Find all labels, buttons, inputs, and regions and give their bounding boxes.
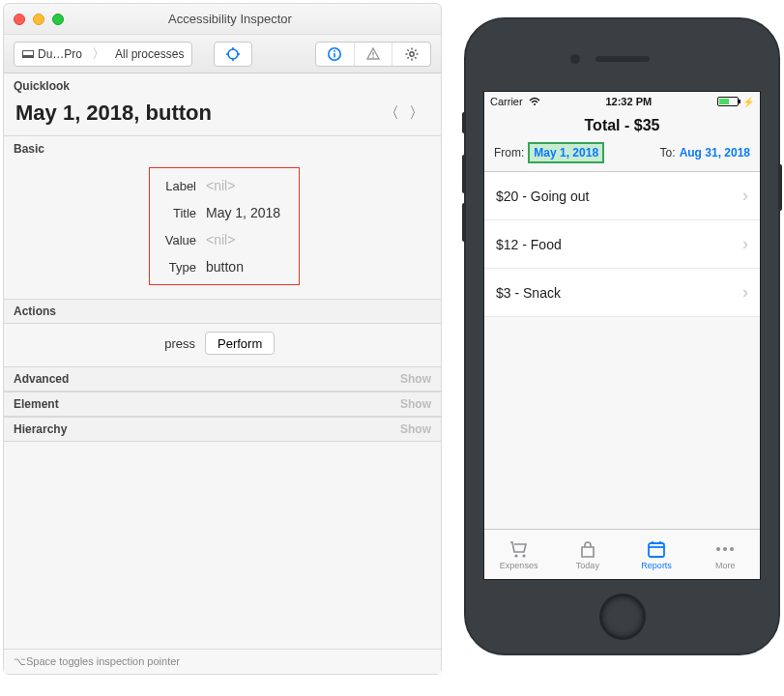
prev-element-button[interactable]: 〈 (379, 102, 404, 125)
quicklook-title: May 1, 2018, button (15, 101, 379, 126)
tab-reports[interactable]: Reports (623, 530, 691, 579)
status-bar: Carrier 12:32 PM ⚡ (484, 92, 760, 111)
status-time: 12:32 PM (605, 96, 652, 107)
list-item-label: $20 - Going out (496, 188, 590, 204)
phone-screen: Carrier 12:32 PM ⚡ Total - $35 From: May… (483, 91, 761, 580)
front-camera (570, 54, 580, 64)
charging-icon: ⚡ (742, 97, 754, 107)
gear-icon (404, 46, 420, 62)
element-section-header[interactable]: Element Show (4, 392, 441, 417)
quicklook-heading: Quicklook (4, 73, 441, 97)
expense-list: $20 - Going out › $12 - Food › $3 - Snac… (484, 172, 760, 317)
power-button (778, 164, 782, 211)
hierarchy-section-header[interactable]: Hierarchy Show (4, 417, 441, 442)
basic-section: Label <nil> Title May 1, 2018 Value <nil… (4, 160, 441, 299)
calendar-icon (646, 539, 667, 559)
breadcrumb-target[interactable]: All processes (107, 43, 191, 66)
footer-hint: ⌥Space toggles inspection pointer (4, 649, 441, 674)
tab-today[interactable]: Today (553, 530, 622, 579)
audit-mode-button[interactable] (355, 43, 393, 66)
prop-key-label: Label (152, 179, 196, 193)
carrier-label: Carrier (490, 96, 523, 107)
info-mode-button[interactable] (316, 43, 355, 66)
tab-label: Expenses (500, 561, 538, 570)
toolbar-mode-group (315, 42, 431, 67)
actions-section: press Perform (4, 324, 441, 366)
prop-val-title: May 1, 2018 (206, 205, 280, 220)
volume-up-button (462, 155, 466, 193)
tab-more[interactable]: More (691, 530, 760, 579)
list-item-label: $12 - Food (496, 237, 562, 252)
chevron-right-icon: › (742, 186, 748, 206)
chevron-right-icon: › (742, 234, 748, 254)
perform-button[interactable]: Perform (205, 332, 275, 355)
advanced-show-toggle[interactable]: Show (400, 372, 431, 386)
tab-label: Reports (641, 561, 672, 570)
more-icon (716, 539, 734, 559)
to-label: To: (660, 146, 676, 160)
hierarchy-show-toggle[interactable]: Show (400, 422, 431, 436)
target-breadcrumb[interactable]: Du…Pro 〉 All processes (14, 42, 192, 67)
mute-switch (462, 112, 466, 133)
prop-key-type: Type (152, 260, 196, 275)
breadcrumb-device-label: Du…Pro (38, 47, 82, 61)
traffic-lights (14, 14, 64, 25)
basic-section-heading: Basic (4, 136, 441, 160)
svg-rect-9 (372, 56, 373, 57)
from-date-button[interactable]: May 1, 2018 (528, 142, 604, 163)
iphone-device-frame: Carrier 12:32 PM ⚡ Total - $35 From: May… (464, 17, 780, 655)
speaker-grille (595, 56, 650, 62)
close-window-icon[interactable] (14, 14, 25, 25)
quicklook-title-row: May 1, 2018, button 〈 〉 (4, 97, 441, 135)
highlight-box: Label <nil> Title May 1, 2018 Value <nil… (149, 167, 300, 285)
svg-line-18 (407, 57, 408, 58)
svg-line-15 (407, 49, 408, 50)
info-icon (327, 46, 342, 62)
battery-icon (717, 97, 739, 106)
svg-point-20 (514, 554, 517, 557)
zoom-window-icon[interactable] (52, 14, 64, 25)
actions-section-header: Actions (4, 299, 441, 324)
home-button[interactable] (599, 594, 646, 640)
wifi-icon (529, 97, 540, 106)
tab-expenses[interactable]: Expenses (484, 530, 553, 579)
from-label: From: (494, 146, 524, 160)
chevron-right-icon: 〉 (409, 103, 424, 124)
accessibility-inspector-window: Accessibility Inspector Du…Pro 〉 All pro… (3, 3, 442, 675)
prop-key-value: Value (152, 233, 196, 247)
element-show-toggle[interactable]: Show (400, 397, 431, 411)
tab-bar: Expenses Today Reports (484, 529, 760, 579)
list-item[interactable]: $3 - Snack › (484, 269, 760, 317)
tab-label: More (715, 561, 736, 570)
hierarchy-label: Hierarchy (14, 422, 67, 436)
svg-point-19 (534, 103, 536, 105)
list-item-label: $3 - Snack (496, 285, 561, 301)
advanced-section-header[interactable]: Advanced Show (4, 366, 441, 392)
window-title: Accessibility Inspector (72, 12, 389, 26)
toolbar: Du…Pro 〉 All processes (4, 35, 441, 73)
breadcrumb-device[interactable]: Du…Pro (15, 43, 90, 66)
svg-line-16 (415, 57, 416, 58)
list-item[interactable]: $12 - Food › (484, 220, 760, 269)
next-element-button[interactable]: 〉 (404, 102, 429, 125)
svg-point-10 (409, 51, 413, 55)
to-date-button[interactable]: Aug 31, 2018 (680, 146, 750, 160)
svg-rect-6 (334, 53, 336, 58)
breadcrumb-separator-icon: 〉 (90, 45, 107, 63)
action-name-press: press (14, 336, 195, 351)
inspection-pointer-button[interactable] (214, 42, 252, 67)
svg-rect-8 (372, 52, 373, 56)
svg-point-0 (228, 49, 238, 59)
breadcrumb-target-label: All processes (115, 47, 184, 61)
page-title: Total - $35 (484, 111, 760, 142)
svg-rect-22 (649, 543, 664, 557)
minimize-window-icon[interactable] (33, 14, 44, 25)
list-item[interactable]: $20 - Going out › (484, 172, 760, 220)
prop-val-label: <nil> (206, 178, 235, 193)
svg-point-21 (522, 554, 525, 557)
settings-mode-button[interactable] (392, 43, 430, 66)
chevron-left-icon: 〈 (384, 103, 399, 124)
warning-icon (365, 46, 381, 62)
svg-rect-7 (334, 50, 336, 52)
monitor-icon (22, 50, 34, 58)
